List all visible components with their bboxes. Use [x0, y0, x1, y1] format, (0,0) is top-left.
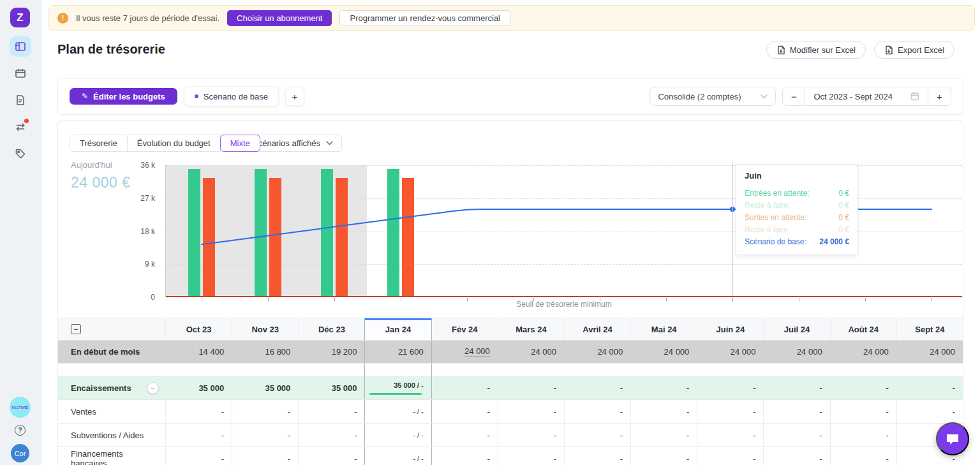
row-label[interactable]: Financements bancaires — [58, 447, 165, 465]
table-cell[interactable]: - — [763, 424, 829, 447]
table-cell[interactable]: - — [630, 376, 697, 399]
tab-scenario-de-base[interactable]: Scénario de base — [184, 86, 279, 107]
collapse-all-icon[interactable]: − — [71, 324, 81, 334]
user-avatar[interactable]: Cor — [11, 444, 29, 462]
table-cell[interactable]: 35 000 — [232, 376, 298, 399]
table-cell[interactable] — [431, 364, 498, 376]
row-label[interactable]: Subventions / Aides — [58, 424, 165, 447]
table-cell[interactable] — [830, 364, 896, 376]
table-cell[interactable]: - — [697, 447, 763, 465]
column-header-avril-24[interactable]: Avril 24 — [564, 318, 630, 340]
table-cell[interactable]: - — [763, 400, 829, 423]
table-cell[interactable]: - — [498, 376, 564, 399]
table-cell[interactable]: - — [564, 447, 630, 465]
row-label[interactable]: En début de mois — [58, 341, 165, 363]
table-cell[interactable]: 24 000 — [498, 341, 564, 363]
table-cell[interactable]: - / - — [364, 424, 431, 447]
table-cell[interactable] — [165, 364, 232, 376]
table-cell[interactable]: 21 600 — [364, 341, 431, 363]
table-cell[interactable] — [697, 364, 763, 376]
table-cell[interactable]: 24 000 — [564, 341, 630, 363]
column-header-août-24[interactable]: Août 24 — [830, 318, 896, 340]
column-header-juin-24[interactable]: Juin 24 — [697, 318, 763, 340]
column-header-sept-24[interactable]: Sept 24 — [896, 318, 963, 340]
help-icon[interactable]: ? — [15, 425, 26, 436]
modify-excel-button[interactable]: Modifier sur Excel — [766, 41, 866, 59]
table-cell[interactable]: - — [564, 424, 630, 447]
table-cell[interactable]: - — [232, 424, 298, 447]
table-cell[interactable] — [498, 364, 564, 376]
table-cell[interactable]: - — [298, 400, 364, 423]
table-cell[interactable]: - — [564, 400, 630, 423]
sidebar-item-tags[interactable] — [10, 144, 31, 164]
column-header-mars-24[interactable]: Mars 24 — [498, 318, 564, 340]
table-cell[interactable]: - — [896, 376, 963, 399]
table-cell[interactable] — [630, 364, 697, 376]
table-cell[interactable]: 24 000 — [431, 341, 498, 363]
table-cell[interactable]: - — [763, 376, 829, 399]
column-header-mai-24[interactable]: Mai 24 — [630, 318, 697, 340]
table-cell[interactable]: - — [630, 447, 697, 465]
row-label[interactable]: Ventes — [58, 400, 165, 423]
table-cell[interactable]: 24 000 — [896, 341, 963, 363]
table-cell[interactable]: 24 000 — [763, 341, 829, 363]
table-cell[interactable]: - — [697, 424, 763, 447]
table-cell[interactable] — [232, 364, 298, 376]
tab-evolution-du-budget[interactable]: Évolution du budget — [127, 135, 221, 152]
column-header-déc-23[interactable]: Déc 23 — [298, 318, 364, 340]
table-cell[interactable]: - — [763, 447, 829, 465]
edit-budgets-button[interactable]: ✎ Éditer les budgets — [70, 88, 177, 105]
table-cell[interactable]: 24 000 — [630, 341, 697, 363]
table-cell[interactable]: - — [830, 376, 896, 399]
period-prev-button[interactable]: − — [782, 87, 805, 106]
table-cell[interactable]: - — [232, 400, 298, 423]
table-cell[interactable]: - — [498, 400, 564, 423]
sidebar-item-documents[interactable] — [10, 90, 31, 110]
period-range-field[interactable]: Oct 2023 - Sept 2024 — [805, 87, 928, 106]
table-cell[interactable] — [364, 364, 431, 376]
table-cell[interactable]: - — [232, 447, 298, 465]
table-cell[interactable]: - — [697, 400, 763, 423]
column-header-oct-23[interactable]: Oct 23 — [165, 318, 232, 340]
table-cell[interactable]: 14 400 — [165, 341, 232, 363]
table-cell[interactable]: - — [564, 376, 630, 399]
table-cell[interactable]: - — [431, 400, 498, 423]
sidebar-item-calendar[interactable] — [10, 63, 31, 84]
table-cell[interactable]: - — [298, 424, 364, 447]
table-cell[interactable]: - — [165, 424, 232, 447]
table-cell[interactable]: - — [830, 447, 896, 465]
table-cell[interactable]: - — [431, 424, 498, 447]
column-header-nov-23[interactable]: Nov 23 — [232, 318, 298, 340]
accounts-select[interactable]: Consolidé (2 comptes) — [650, 87, 776, 106]
table-cell[interactable]: 35 000 — [165, 376, 232, 399]
collapse-section-icon[interactable]: − — [147, 382, 159, 394]
table-cell[interactable]: 19 200 — [298, 341, 364, 363]
sidebar-item-dashboard[interactable] — [10, 36, 31, 57]
table-cell[interactable]: - / - — [364, 447, 431, 465]
row-label[interactable] — [58, 364, 165, 376]
table-cell[interactable]: - — [165, 400, 232, 423]
table-cell[interactable]: - — [431, 376, 498, 399]
table-cell[interactable]: 35 000 / - — [364, 376, 431, 399]
table-cell[interactable]: 16 800 — [232, 341, 298, 363]
tab-tresorerie[interactable]: Trésorerie — [70, 135, 128, 152]
app-logo[interactable]: Z — [10, 8, 30, 27]
table-cell[interactable]: - — [896, 400, 963, 423]
export-excel-button[interactable]: Export Excel — [874, 41, 954, 59]
facture-badge[interactable]: FACTURE — [10, 397, 31, 418]
sidebar-item-transactions[interactable] — [10, 117, 31, 137]
table-cell[interactable]: - — [498, 447, 564, 465]
table-cell[interactable]: - — [830, 424, 896, 447]
period-next-button[interactable]: + — [928, 87, 951, 106]
table-cell[interactable]: - — [298, 447, 364, 465]
table-cell[interactable]: - — [830, 400, 896, 423]
choose-plan-button[interactable]: Choisir un abonnement — [227, 10, 332, 26]
book-meeting-button[interactable]: Programmer un rendez-vous commercial — [339, 10, 510, 26]
table-cell[interactable] — [564, 364, 630, 376]
add-scenario-button[interactable]: + — [285, 87, 304, 106]
column-header-juil-24[interactable]: Juil 24 — [763, 318, 829, 340]
tab-mixte[interactable]: Mixte — [220, 135, 260, 152]
table-cell[interactable]: - / - — [364, 400, 431, 423]
chat-widget-button[interactable] — [936, 422, 969, 455]
table-cell[interactable]: - — [630, 400, 697, 423]
